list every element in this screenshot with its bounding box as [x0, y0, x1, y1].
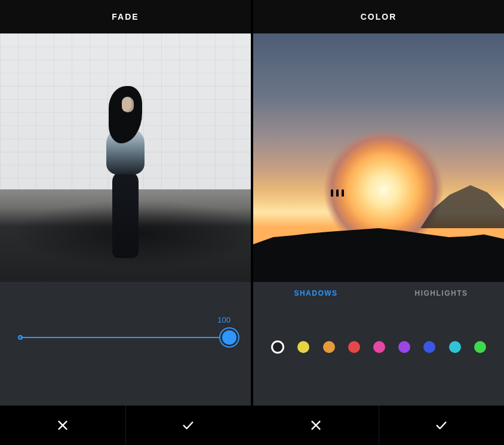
header-title: COLOR: [253, 0, 504, 33]
screen-color: COLOR SHADOWS HIGHLIGHTS: [252, 0, 504, 445]
swatch-none[interactable]: [271, 340, 284, 354]
color-swatch-row: [253, 340, 504, 354]
header-title: FADE: [0, 0, 251, 33]
color-mode-tabs: SHADOWS HIGHLIGHTS: [253, 282, 504, 305]
swatch-yellow[interactable]: [297, 341, 309, 353]
swatch-purple[interactable]: [398, 341, 410, 353]
check-icon: [182, 419, 195, 432]
slider-start-dot: [18, 335, 23, 340]
check-icon: [435, 419, 448, 432]
swatch-orange[interactable]: [323, 341, 335, 353]
screen-fade: FADE 100: [0, 0, 252, 445]
slider-value-label: 100: [217, 315, 231, 324]
close-icon: [56, 419, 69, 432]
swatch-green[interactable]: [474, 341, 486, 353]
tab-highlights[interactable]: HIGHLIGHTS: [379, 282, 504, 305]
photo-person: [98, 86, 153, 259]
fade-slider[interactable]: 100: [20, 337, 231, 338]
color-controls: SHADOWS HIGHLIGHTS: [253, 282, 504, 406]
close-icon: [309, 419, 322, 432]
cancel-button[interactable]: [253, 406, 379, 445]
fade-controls: 100: [0, 282, 251, 406]
tab-shadows[interactable]: SHADOWS: [253, 282, 379, 305]
action-bar: [253, 406, 504, 445]
photo-silhouettes: [331, 189, 344, 197]
photo-preview: [253, 33, 504, 282]
photo-preview: [0, 33, 251, 282]
action-bar: [0, 406, 251, 445]
swatch-red[interactable]: [348, 341, 360, 353]
swatch-teal[interactable]: [449, 341, 461, 353]
screenshot-pair: FADE 100: [0, 0, 504, 445]
slider-track[interactable]: [20, 337, 231, 338]
confirm-button[interactable]: [379, 406, 505, 445]
swatch-pink[interactable]: [373, 341, 385, 353]
slider-thumb[interactable]: [222, 330, 236, 345]
swatch-blue[interactable]: [423, 341, 435, 353]
confirm-button[interactable]: [126, 406, 251, 445]
cancel-button[interactable]: [0, 406, 126, 445]
